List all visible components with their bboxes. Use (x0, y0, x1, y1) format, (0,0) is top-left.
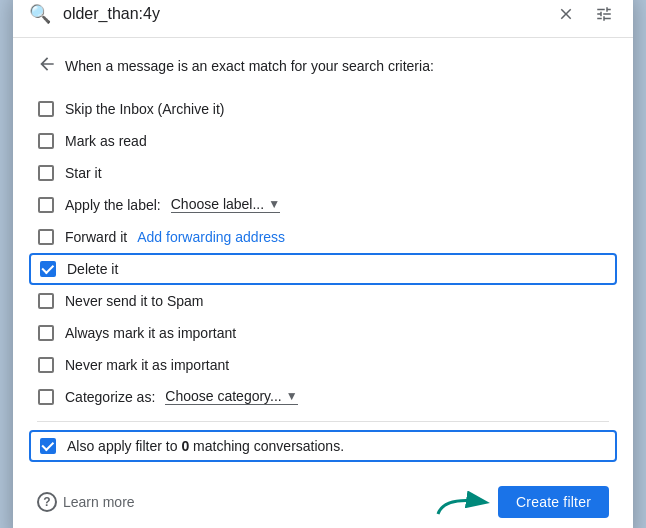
learn-more-label: Learn more (63, 494, 135, 510)
checkbox-apply-label[interactable] (37, 196, 55, 214)
option-skip-inbox: Skip the Inbox (Archive it) (37, 93, 609, 125)
help-icon: ? (37, 492, 57, 512)
create-filter-button[interactable]: Create filter (498, 486, 609, 518)
choose-label-dropdown[interactable]: Choose label... ▼ (171, 196, 280, 213)
checkbox-always-important[interactable] (37, 324, 55, 342)
divider (37, 421, 609, 422)
filter-dialog: 🔍 older_than:4y When a message is an exa… (13, 0, 633, 528)
label-dropdown-arrow: ▼ (268, 197, 280, 211)
label-categorize: Categorize as: (65, 389, 155, 405)
checkbox-star-it[interactable] (37, 164, 55, 182)
checkbox-forward-it[interactable] (37, 228, 55, 246)
label-skip-inbox: Skip the Inbox (Archive it) (65, 101, 225, 117)
label-star-it: Star it (65, 165, 102, 181)
also-apply-label-suffix: matching conversations. (189, 438, 344, 454)
checkbox-never-important[interactable] (37, 356, 55, 374)
option-always-important: Always mark it as important (37, 317, 609, 349)
checkbox-forward-it-box[interactable] (38, 229, 54, 245)
checkbox-apply-label-box[interactable] (38, 197, 54, 213)
search-bar-actions (553, 1, 617, 27)
options-list: Skip the Inbox (Archive it) Mark as read… (37, 93, 609, 413)
option-delete-it: Delete it (29, 253, 617, 285)
option-also-apply: Also apply filter to 0 matching conversa… (29, 430, 617, 462)
label-forward-it: Forward it (65, 229, 127, 245)
choose-category-text: Choose category... (165, 388, 281, 404)
checkbox-mark-as-read-box[interactable] (38, 133, 54, 149)
checkbox-never-spam-box[interactable] (38, 293, 54, 309)
checkbox-also-apply[interactable] (39, 437, 57, 455)
back-row: When a message is an exact match for you… (37, 54, 609, 79)
option-apply-label: Apply the label: Choose label... ▼ (37, 189, 609, 221)
checkbox-categorize[interactable] (37, 388, 55, 406)
filter-options-button[interactable] (591, 1, 617, 27)
choose-label-text: Choose label... (171, 196, 264, 212)
teal-arrow-icon (434, 486, 494, 518)
footer-row: ? Learn more Create filter (37, 478, 609, 518)
label-never-important: Never mark it as important (65, 357, 229, 373)
checkbox-never-spam[interactable] (37, 292, 55, 310)
create-filter-area: Create filter (434, 486, 609, 518)
checkbox-delete-it-box[interactable] (40, 261, 56, 277)
checkbox-never-important-box[interactable] (38, 357, 54, 373)
search-icon: 🔍 (29, 3, 51, 25)
option-categorize: Categorize as: Choose category... ▼ (37, 381, 609, 413)
checkbox-skip-inbox[interactable] (37, 100, 55, 118)
add-forwarding-address-link[interactable]: Add forwarding address (137, 229, 285, 245)
also-apply-text: Also apply filter to 0 matching conversa… (67, 438, 344, 454)
checkbox-delete-it[interactable] (39, 260, 57, 278)
option-mark-as-read: Mark as read (37, 125, 609, 157)
label-delete-it: Delete it (67, 261, 118, 277)
search-query: older_than:4y (63, 5, 541, 23)
option-star-it: Star it (37, 157, 609, 189)
checkbox-always-important-box[interactable] (38, 325, 54, 341)
label-never-spam: Never send it to Spam (65, 293, 204, 309)
choose-category-dropdown[interactable]: Choose category... ▼ (165, 388, 297, 405)
checkbox-skip-inbox-box[interactable] (38, 101, 54, 117)
option-forward-it: Forward it Add forwarding address (37, 221, 609, 253)
checkbox-also-apply-box[interactable] (40, 438, 56, 454)
label-mark-as-read: Mark as read (65, 133, 147, 149)
checkbox-categorize-box[interactable] (38, 389, 54, 405)
option-never-important: Never mark it as important (37, 349, 609, 381)
dialog-content: When a message is an exact match for you… (13, 38, 633, 529)
search-bar: 🔍 older_than:4y (13, 0, 633, 38)
checkbox-star-it-box[interactable] (38, 165, 54, 181)
checkbox-mark-as-read[interactable] (37, 132, 55, 150)
learn-more-link[interactable]: ? Learn more (37, 492, 135, 512)
label-always-important: Always mark it as important (65, 325, 236, 341)
back-button[interactable] (37, 54, 57, 79)
category-dropdown-arrow: ▼ (286, 389, 298, 403)
instruction-text: When a message is an exact match for you… (65, 58, 434, 74)
also-apply-label-prefix: Also apply filter to (67, 438, 181, 454)
label-apply-label: Apply the label: (65, 197, 161, 213)
clear-search-button[interactable] (553, 1, 579, 27)
option-never-spam: Never send it to Spam (37, 285, 609, 317)
